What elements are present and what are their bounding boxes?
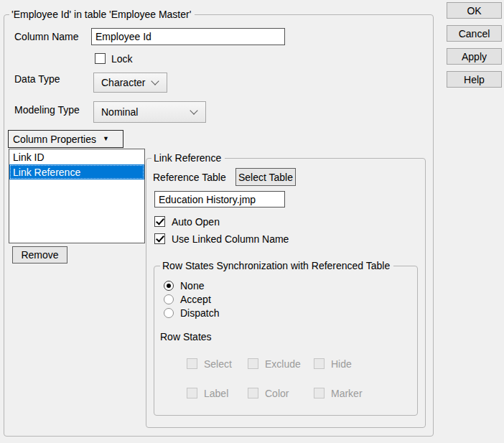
data-type-value: Character bbox=[101, 77, 145, 88]
marker-label: Marker bbox=[331, 388, 363, 400]
row-states-sync-title: Row States Synchronization with Referenc… bbox=[160, 260, 393, 272]
auto-open-label: Auto Open bbox=[172, 216, 220, 228]
column-name-input[interactable]: Employee Id bbox=[91, 28, 285, 45]
hide-checkbox[interactable] bbox=[314, 358, 325, 369]
radio-none-label: None bbox=[180, 280, 204, 292]
link-reference-title: Link Reference bbox=[151, 152, 225, 164]
column-properties-label: Column Properties bbox=[13, 134, 96, 145]
radio-dispatch[interactable] bbox=[164, 308, 174, 318]
label-label: Label bbox=[204, 388, 228, 400]
lock-checkbox[interactable] bbox=[95, 53, 106, 64]
color-checkbox[interactable] bbox=[248, 388, 258, 398]
auto-open-checkbox[interactable] bbox=[154, 216, 165, 227]
label-checkbox[interactable] bbox=[187, 388, 197, 398]
help-button[interactable]: Help bbox=[447, 71, 502, 88]
radio-none[interactable] bbox=[164, 281, 174, 291]
row-states-label: Row States bbox=[160, 331, 212, 343]
hide-label: Hide bbox=[331, 358, 352, 370]
dropdown-arrow-icon: ▼ bbox=[103, 136, 109, 142]
column-properties-button[interactable]: Column Properties ▼ bbox=[8, 130, 123, 148]
reference-table-label: Reference Table bbox=[153, 172, 226, 184]
exclude-checkbox[interactable] bbox=[248, 358, 258, 369]
select-label: Select bbox=[204, 358, 232, 370]
list-item-link-reference[interactable]: Link Reference bbox=[9, 164, 144, 179]
radio-accept-label: Accept bbox=[180, 294, 211, 306]
cancel-button[interactable]: Cancel bbox=[447, 25, 502, 42]
chevron-down-icon bbox=[190, 106, 197, 114]
column-name-label: Column Name bbox=[14, 31, 78, 43]
select-table-button[interactable]: Select Table bbox=[235, 168, 296, 186]
remove-button[interactable]: Remove bbox=[12, 246, 67, 264]
lock-label: Lock bbox=[111, 53, 133, 65]
column-info-dialog: 'Employee Id' in table 'Employee Master'… bbox=[0, 0, 504, 443]
dialog-title: 'Employee Id' in table 'Employee Master' bbox=[9, 9, 195, 21]
reference-table-input[interactable]: Education History.jmp bbox=[154, 191, 285, 207]
use-linked-column-name-label: Use Linked Column Name bbox=[172, 233, 289, 246]
modeling-type-value: Nominal bbox=[101, 106, 138, 118]
color-label: Color bbox=[265, 388, 289, 400]
radio-accept[interactable] bbox=[164, 294, 174, 304]
exclude-label: Exclude bbox=[265, 358, 301, 370]
radio-dispatch-label: Dispatch bbox=[180, 307, 219, 320]
modeling-type-select[interactable]: Nominal bbox=[93, 101, 206, 123]
select-checkbox[interactable] bbox=[187, 358, 197, 369]
chevron-down-icon bbox=[151, 77, 159, 85]
apply-button[interactable]: Apply bbox=[447, 48, 502, 65]
use-linked-column-name-checkbox[interactable] bbox=[154, 233, 165, 244]
marker-checkbox[interactable] bbox=[314, 388, 325, 398]
ok-button[interactable]: OK bbox=[447, 2, 502, 19]
properties-listbox[interactable]: Link ID Link Reference bbox=[9, 149, 145, 243]
data-type-select[interactable]: Character bbox=[93, 73, 167, 93]
list-item-link-id[interactable]: Link ID bbox=[9, 149, 144, 164]
data-type-label: Data Type bbox=[14, 73, 60, 85]
modeling-type-label: Modeling Type bbox=[14, 104, 80, 116]
